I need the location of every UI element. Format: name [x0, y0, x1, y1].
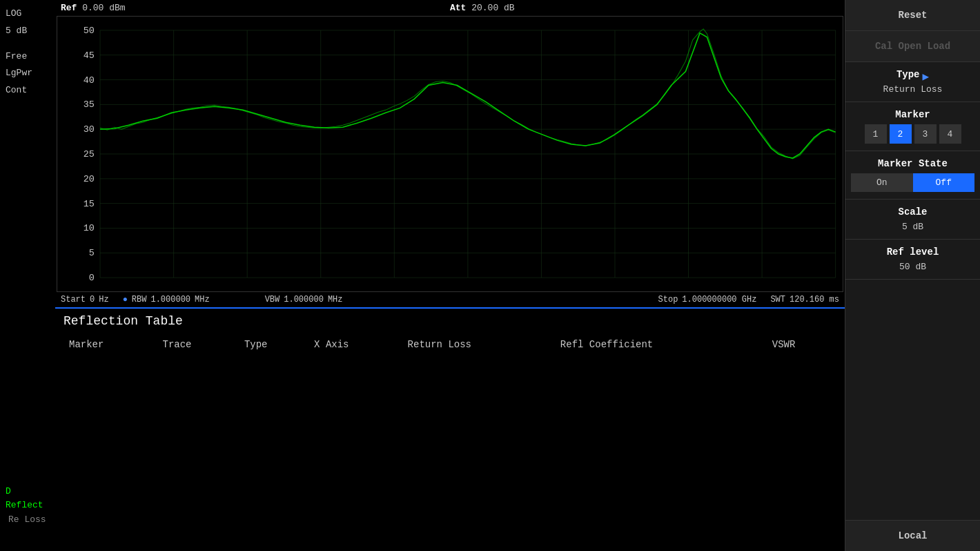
type-title: Type: [896, 69, 920, 80]
marker-state-section: Marker State On Off: [845, 151, 980, 200]
ref-display: Ref 0.00 dBm: [61, 3, 126, 13]
marker-buttons: 1 2 3 4: [851, 124, 974, 144]
ref-level-section: Ref level 50 dB: [845, 240, 980, 280]
col-trace: Trace: [157, 336, 239, 353]
right-panel: Reset Cal Open Load Type ▶ Return Loss M…: [845, 0, 980, 551]
reflection-section: Reflection Table Marker Trace Type X Axi…: [55, 307, 845, 551]
local-button[interactable]: Local: [845, 520, 980, 551]
main-area: Ref 0.00 dBm Att 20.00 dB: [55, 0, 845, 551]
svg-text:25: 25: [84, 149, 95, 160]
svg-text:0: 0: [89, 273, 95, 283]
type-arrow-icon[interactable]: ▶: [922, 70, 929, 84]
trigger-label: Free: [6, 50, 50, 64]
detector-label: LgPwr: [6, 66, 50, 81]
rbw-label: RBW: [132, 295, 147, 304]
col-type: Type: [239, 336, 308, 353]
svg-text:35: 35: [84, 100, 95, 110]
marker-btn-3[interactable]: 3: [914, 124, 937, 144]
reflection-table: Marker Trace Type X Axis Return Loss Ref…: [63, 336, 836, 353]
svg-text:15: 15: [84, 199, 95, 209]
vbw-value: 1.000000: [284, 295, 324, 304]
col-refl-coeff: Refl Coefficient: [555, 336, 767, 353]
marker-btn-1[interactable]: 1: [865, 124, 887, 144]
swt-value: 120.160 ms: [790, 295, 839, 304]
scale-value: 5 dB: [851, 222, 974, 232]
signal-label: D Reflect: [6, 485, 50, 514]
rbw-unit: MHz: [195, 295, 210, 304]
vbw-group: VBW 1.000000 MHz: [265, 295, 343, 304]
spectrum-chart: 50 45 40 35 30 25 20 15 10 5 0: [57, 16, 843, 292]
marker-title: Marker: [851, 109, 974, 120]
marker-state-buttons: On Off: [851, 173, 974, 192]
ref-level-value: 50 dB: [851, 262, 974, 272]
swt-label: SWT: [770, 295, 785, 304]
att-display: Att 20.00 dB: [450, 3, 515, 13]
reset-button[interactable]: Reset: [845, 0, 980, 31]
rbw-group: ● RBW 1.000000 MHz: [123, 295, 210, 304]
chart-svg: 50 45 40 35 30 25 20 15 10 5 0: [57, 17, 843, 291]
rbw-marker: ●: [123, 295, 128, 304]
svg-text:45: 45: [84, 50, 95, 61]
type-row: Type ▶: [851, 69, 974, 84]
scale-value-label: 5 dB: [6, 24, 50, 39]
start-label: Start: [61, 295, 86, 304]
col-marker: Marker: [63, 336, 157, 353]
signal-sublabel: Re Loss: [6, 513, 50, 528]
type-section: Type ▶ Return Loss: [845, 62, 980, 102]
svg-text:20: 20: [84, 174, 95, 184]
col-return-loss: Return Loss: [402, 336, 555, 353]
col-xaxis: X Axis: [308, 336, 402, 353]
swt-group: SWT 120.160 ms: [770, 295, 839, 304]
vbw-unit: MHz: [328, 295, 343, 304]
marker-state-title: Marker State: [851, 158, 974, 169]
chart-header: Ref 0.00 dBm Att 20.00 dB: [55, 0, 845, 16]
ref-level-title: Ref level: [851, 246, 974, 258]
left-panel: LOG 5 dB Free LgPwr Cont D Reflect Re Lo…: [0, 0, 55, 551]
marker-section: Marker 1 2 3 4: [845, 102, 980, 151]
start-group: Start 0 Hz: [61, 295, 109, 304]
scale-type-label: LOG: [6, 7, 50, 21]
svg-text:50: 50: [84, 26, 95, 36]
svg-text:40: 40: [84, 75, 95, 86]
marker-state-on-button[interactable]: On: [851, 173, 913, 192]
start-value: 0: [90, 295, 95, 304]
marker-btn-2[interactable]: 2: [890, 124, 912, 144]
scale-section: Scale 5 dB: [845, 200, 980, 240]
stop-label: Stop: [658, 295, 678, 304]
cal-open-load-button[interactable]: Cal Open Load: [845, 31, 980, 62]
stop-group: Stop 1.000000000 GHz: [658, 295, 757, 304]
type-value: Return Loss: [851, 84, 974, 95]
marker-state-off-button[interactable]: Off: [913, 173, 975, 192]
scale-title: Scale: [851, 206, 974, 218]
reflection-title: Reflection Table: [63, 314, 836, 328]
marker-btn-4[interactable]: 4: [939, 124, 961, 144]
vbw-label: VBW: [265, 295, 280, 304]
col-vswr: VSWR: [767, 336, 836, 353]
sweep-label: Cont: [6, 84, 50, 98]
rbw-value: 1.000000: [150, 295, 190, 304]
svg-text:10: 10: [84, 224, 95, 234]
stop-value: 1.000000000 GHz: [682, 295, 756, 304]
table-header-row: Marker Trace Type X Axis Return Loss Ref…: [63, 336, 836, 353]
svg-text:30: 30: [84, 124, 95, 135]
start-unit: Hz: [99, 295, 108, 304]
chart-footer: Start 0 Hz ● RBW 1.000000 MHz VBW 1.0000…: [55, 292, 845, 307]
svg-text:5: 5: [89, 248, 95, 258]
